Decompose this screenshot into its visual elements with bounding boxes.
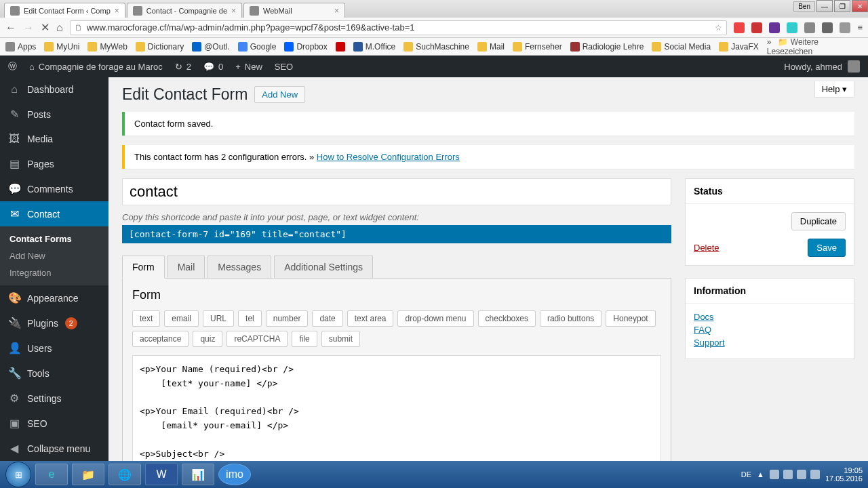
tag-checkboxes[interactable]: checkboxes [478,310,536,327]
menu-icon[interactable]: ≡ [857,22,863,33]
browser-tab[interactable]: Contact - Compagnie de× [127,3,242,18]
tag-textarea[interactable]: text area [347,310,394,327]
sidebar-collapse[interactable]: ◀Collapse menu [0,436,108,461]
tray-network-icon[interactable] [797,470,806,479]
submenu-integration[interactable]: Integration [0,264,108,281]
support-link[interactable]: Support [694,338,846,348]
updates-link[interactable]: ↻ 2 [175,62,191,72]
maximize-button[interactable]: ❐ [834,0,850,12]
tag-quiz[interactable]: quiz [193,331,222,347]
bookmark[interactable]: Fernseher [513,42,562,52]
delete-link[interactable]: Delete [694,243,719,253]
browser-tab[interactable]: WebMail× [243,3,345,18]
shortcode-display[interactable]: [contact-form-7 id="169" title="contact"… [122,225,671,243]
extension-icon[interactable] [840,22,850,33]
sidebar-item-posts[interactable]: ✎Posts [0,102,108,127]
tag-number[interactable]: number [266,310,309,327]
bookmark[interactable]: Google [238,42,277,52]
browser-tab[interactable]: Edit Contact Form ‹ Comp× [4,3,125,18]
form-code-editor[interactable]: <p>Your Name (required)<br /> [text* you… [132,355,661,461]
bookmark[interactable]: Mail [477,42,505,52]
bookmarks-overflow[interactable]: » 📁 Weitere Lesezeichen [767,37,863,56]
add-new-button[interactable]: Add New [254,86,305,103]
taskbar-chrome[interactable]: 🌐 [108,464,141,485]
home-button[interactable]: ⌂ [56,22,63,34]
tag-honeypot[interactable]: Honeypot [606,310,655,327]
tray-expand-icon[interactable]: ▲ [757,470,764,479]
avatar[interactable] [848,60,860,73]
bookmark[interactable]: SuchMaschine [403,42,469,52]
bookmark[interactable]: JavaFX [719,42,759,52]
extension-icon[interactable] [787,22,797,33]
address-bar[interactable]: 🗋 www.marocforage.cf/ma/wp-admin/admin.p… [70,20,728,35]
tab-messages[interactable]: Messages [208,256,271,279]
tag-radio[interactable]: radio buttons [540,310,601,327]
howdy-link[interactable]: Howdy, ahmed [784,62,842,72]
taskbar-word[interactable]: W [145,464,178,485]
system-clock[interactable]: 19:05 17.05.2016 [825,466,863,483]
tab-additional[interactable]: Additional Settings [274,256,373,279]
tab-form[interactable]: Form [122,256,165,279]
duplicate-button[interactable]: Duplicate [791,212,846,230]
resolve-errors-link[interactable]: How to Resolve Configuration Errors [317,152,460,162]
forward-button[interactable]: → [23,22,34,34]
seo-link[interactable]: SEO [275,62,293,72]
sidebar-item-tools[interactable]: 🔧Tools [0,361,108,386]
close-icon[interactable]: × [231,6,236,16]
stop-button[interactable]: ✕ [41,21,50,34]
form-title-input[interactable] [122,178,671,205]
sidebar-item-appearance[interactable]: 🎨Appearance [0,285,108,310]
tray-lang[interactable]: DE [741,470,751,479]
tag-dropdown[interactable]: drop-down menu [397,310,473,327]
bookmark[interactable]: M.Office [353,42,395,52]
tag-recaptcha[interactable]: reCAPTCHA [226,331,288,347]
save-button[interactable]: Save [808,239,846,257]
docs-link[interactable]: Docs [694,312,846,322]
tag-submit[interactable]: submit [321,331,360,347]
wp-logo[interactable]: ⓦ [8,60,17,73]
sidebar-item-media[interactable]: 🖼Media [0,127,108,151]
extension-icon[interactable] [804,22,815,33]
sidebar-item-comments[interactable]: 💬Comments [0,176,108,201]
bookmark[interactable]: Dictionary [136,42,184,52]
extension-icon[interactable] [822,22,833,33]
help-tab[interactable]: Help ▾ [814,81,854,98]
close-icon[interactable]: × [334,6,339,16]
tray-volume-icon[interactable] [810,470,820,479]
bookmark[interactable]: Social Media [652,42,711,52]
sidebar-item-users[interactable]: 👤Users [0,336,108,361]
sidebar-item-settings[interactable]: ⚙Settings [0,386,108,411]
faq-link[interactable]: FAQ [694,325,846,335]
tag-url[interactable]: URL [203,310,234,327]
extension-icon[interactable] [769,22,780,33]
sidebar-item-plugins[interactable]: 🔌Plugins2 [0,310,108,336]
submenu-contact-forms[interactable]: Contact Forms [0,230,108,247]
tray-icon[interactable] [783,470,793,479]
tray-icon[interactable] [770,470,779,479]
tag-date[interactable]: date [312,310,342,327]
taskbar-imo[interactable]: imo [218,464,251,485]
bookmark[interactable]: @Outl. [192,42,230,52]
bookmark[interactable]: MyWeb [87,42,127,52]
tag-email[interactable]: email [164,310,199,327]
bookmark[interactable]: Apps [5,42,36,52]
tab-mail[interactable]: Mail [167,256,205,279]
chrome-user-badge[interactable]: Ben [793,1,815,12]
star-icon[interactable]: ☆ [715,23,722,33]
bookmark[interactable]: Dropbox [284,42,327,52]
tag-tel[interactable]: tel [238,310,262,327]
sidebar-item-contact[interactable]: ✉Contact [0,201,108,226]
submenu-add-new[interactable]: Add New [0,247,108,264]
bookmark[interactable] [336,42,345,52]
bookmark[interactable]: Radiologie Lehre [570,42,644,52]
extension-icon[interactable] [751,22,762,33]
start-button[interactable]: ⊞ [5,462,31,487]
taskbar-ie[interactable]: e [35,464,68,485]
back-button[interactable]: ← [5,22,16,34]
taskbar-app[interactable]: 📊 [182,464,214,485]
tag-file[interactable]: file [292,331,317,347]
sidebar-item-dashboard[interactable]: ⌂Dashboard [0,77,108,102]
tag-text[interactable]: text [132,310,160,327]
close-icon[interactable]: × [115,6,119,16]
sidebar-item-seo[interactable]: ▣SEO [0,411,108,436]
